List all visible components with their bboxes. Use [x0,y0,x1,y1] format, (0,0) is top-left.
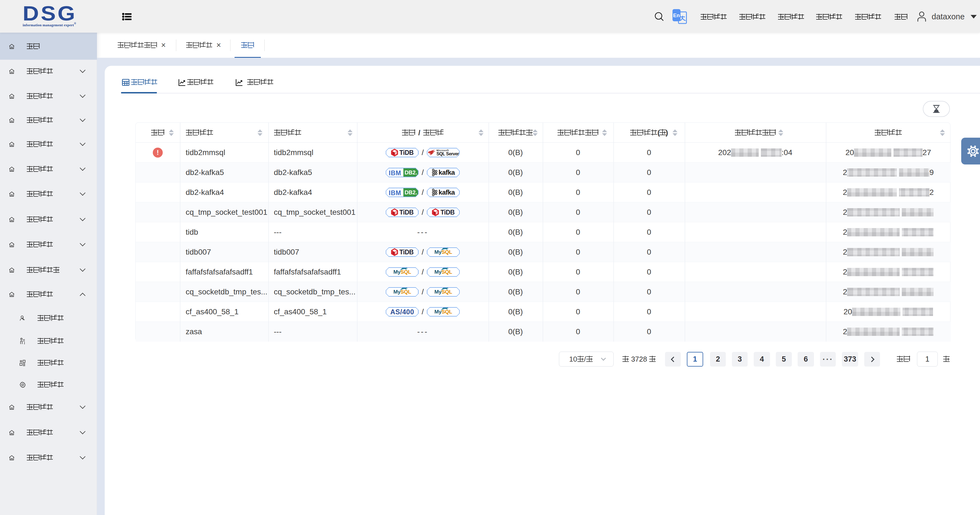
svg-text:En: En [673,13,680,18]
